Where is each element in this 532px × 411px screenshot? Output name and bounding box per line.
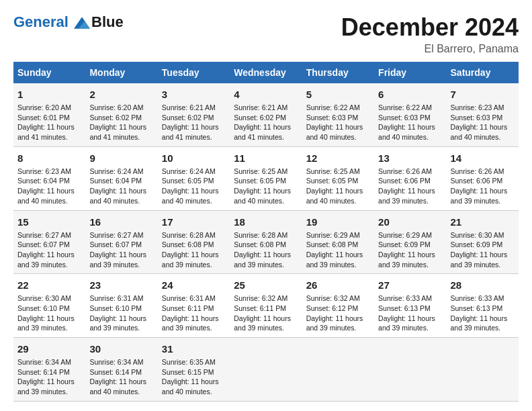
daylight-label: Daylight: 11 hours and 41 minutes. — [162, 123, 219, 141]
sunset-label: Sunset: 6:09 PM — [378, 240, 431, 248]
daylight-label: Daylight: 11 hours and 39 minutes. — [451, 250, 508, 269]
sunrise-label: Sunrise: 6:29 AM — [378, 231, 432, 239]
sunrise-label: Sunrise: 6:32 AM — [234, 294, 287, 302]
daylight-label: Daylight: 11 hours and 39 minutes. — [451, 314, 508, 332]
daylight-label: Daylight: 11 hours and 39 minutes. — [378, 314, 435, 332]
sunset-label: Sunset: 6:12 PM — [306, 304, 359, 312]
calendar-week-row: 8 Sunrise: 6:23 AM Sunset: 6:04 PM Dayli… — [13, 146, 519, 210]
calendar-cell: 4 Sunrise: 6:21 AM Sunset: 6:02 PM Dayli… — [230, 83, 302, 146]
header: General Blue December 2024 El Barrero, P… — [13, 13, 519, 55]
sunrise-label: Sunrise: 6:27 AM — [17, 231, 71, 239]
calendar-cell: 8 Sunrise: 6:23 AM Sunset: 6:04 PM Dayli… — [13, 146, 85, 210]
sunset-label: Sunset: 6:02 PM — [162, 113, 214, 122]
sunrise-label: Sunrise: 6:25 AM — [306, 167, 360, 175]
sunrise-label: Sunrise: 6:26 AM — [378, 167, 432, 175]
sunrise-label: Sunrise: 6:34 AM — [89, 358, 143, 366]
sunset-label: Sunset: 6:03 PM — [451, 113, 503, 122]
day-number: 18 — [234, 215, 298, 229]
day-header-monday: Monday — [85, 62, 157, 83]
sunrise-label: Sunrise: 6:21 AM — [162, 103, 216, 111]
sunrise-label: Sunrise: 6:24 AM — [162, 167, 216, 175]
calendar-cell: 22 Sunrise: 6:30 AM Sunset: 6:10 PM Dayl… — [13, 274, 85, 338]
sunset-label: Sunset: 6:15 PM — [162, 368, 214, 376]
daylight-label: Daylight: 11 hours and 40 minutes. — [378, 123, 435, 141]
calendar-cell: 20 Sunrise: 6:29 AM Sunset: 6:09 PM Dayl… — [374, 210, 446, 274]
sunset-label: Sunset: 6:08 PM — [234, 240, 286, 248]
sunrise-label: Sunrise: 6:26 AM — [451, 167, 504, 175]
day-number: 26 — [306, 278, 370, 292]
day-header-sunday: Sunday — [13, 62, 85, 83]
calendar-week-row: 22 Sunrise: 6:30 AM Sunset: 6:10 PM Dayl… — [13, 274, 519, 338]
calendar-cell: 15 Sunrise: 6:27 AM Sunset: 6:07 PM Dayl… — [13, 210, 85, 274]
sunset-label: Sunset: 6:03 PM — [306, 113, 359, 122]
calendar-cell: 31 Sunrise: 6:35 AM Sunset: 6:15 PM Dayl… — [158, 338, 230, 402]
calendar-cell: 26 Sunrise: 6:32 AM Sunset: 6:12 PM Dayl… — [302, 274, 374, 338]
calendar-week-row: 1 Sunrise: 6:20 AM Sunset: 6:01 PM Dayli… — [13, 83, 519, 146]
daylight-label: Daylight: 11 hours and 41 minutes. — [17, 123, 75, 141]
sunset-label: Sunset: 6:10 PM — [17, 304, 70, 312]
day-header-friday: Friday — [374, 62, 446, 83]
daylight-label: Daylight: 11 hours and 39 minutes. — [89, 314, 146, 332]
calendar-cell: 7 Sunrise: 6:23 AM Sunset: 6:03 PM Dayli… — [447, 83, 519, 146]
day-number: 15 — [17, 215, 81, 229]
sunset-label: Sunset: 6:07 PM — [89, 240, 142, 248]
day-number: 4 — [234, 87, 298, 101]
daylight-label: Daylight: 11 hours and 40 minutes. — [451, 123, 508, 141]
sunset-label: Sunset: 6:03 PM — [378, 113, 431, 122]
calendar-cell: 16 Sunrise: 6:27 AM Sunset: 6:07 PM Dayl… — [85, 210, 157, 274]
day-header-tuesday: Tuesday — [158, 62, 230, 83]
sunrise-label: Sunrise: 6:34 AM — [17, 358, 71, 366]
daylight-label: Daylight: 11 hours and 39 minutes. — [306, 250, 363, 269]
daylight-label: Daylight: 11 hours and 41 minutes. — [234, 123, 291, 141]
day-header-thursday: Thursday — [302, 62, 374, 83]
calendar-cell: 28 Sunrise: 6:33 AM Sunset: 6:13 PM Dayl… — [447, 274, 519, 338]
day-number: 13 — [378, 151, 442, 165]
day-number: 24 — [162, 278, 226, 292]
day-number: 9 — [89, 151, 153, 165]
calendar-cell: 30 Sunrise: 6:34 AM Sunset: 6:14 PM Dayl… — [85, 338, 157, 402]
sunset-label: Sunset: 6:08 PM — [162, 240, 214, 248]
sunrise-label: Sunrise: 6:30 AM — [17, 294, 71, 302]
daylight-label: Daylight: 11 hours and 39 minutes. — [17, 250, 75, 269]
day-number: 1 — [17, 87, 81, 101]
calendar-cell: 13 Sunrise: 6:26 AM Sunset: 6:06 PM Dayl… — [374, 146, 446, 210]
sunrise-label: Sunrise: 6:32 AM — [306, 294, 360, 302]
daylight-label: Daylight: 11 hours and 39 minutes. — [162, 250, 219, 269]
sunrise-label: Sunrise: 6:20 AM — [17, 103, 71, 111]
day-number: 20 — [378, 215, 442, 229]
page-title: December 2024 — [341, 13, 519, 42]
sunset-label: Sunset: 6:11 PM — [234, 304, 286, 312]
sunrise-label: Sunrise: 6:28 AM — [162, 231, 216, 239]
sunrise-label: Sunrise: 6:25 AM — [234, 167, 287, 175]
daylight-label: Daylight: 11 hours and 40 minutes. — [162, 377, 219, 396]
sunset-label: Sunset: 6:04 PM — [89, 177, 142, 185]
day-number: 3 — [162, 87, 226, 101]
day-number: 5 — [306, 87, 370, 101]
calendar-cell: 19 Sunrise: 6:29 AM Sunset: 6:08 PM Dayl… — [302, 210, 374, 274]
day-number: 29 — [17, 342, 81, 356]
daylight-label: Daylight: 11 hours and 39 minutes. — [306, 314, 363, 332]
daylight-label: Daylight: 11 hours and 39 minutes. — [451, 187, 508, 205]
sunrise-label: Sunrise: 6:20 AM — [89, 103, 143, 111]
calendar-cell: 29 Sunrise: 6:34 AM Sunset: 6:14 PM Dayl… — [13, 338, 85, 402]
sunset-label: Sunset: 6:11 PM — [162, 304, 214, 312]
daylight-label: Daylight: 11 hours and 40 minutes. — [89, 187, 146, 205]
daylight-label: Daylight: 11 hours and 39 minutes. — [89, 250, 146, 269]
calendar-cell: 1 Sunrise: 6:20 AM Sunset: 6:01 PM Dayli… — [13, 83, 85, 146]
sunrise-label: Sunrise: 6:31 AM — [162, 294, 216, 302]
calendar-cell: 9 Sunrise: 6:24 AM Sunset: 6:04 PM Dayli… — [85, 146, 157, 210]
sunrise-label: Sunrise: 6:24 AM — [89, 167, 143, 175]
calendar-week-row: 15 Sunrise: 6:27 AM Sunset: 6:07 PM Dayl… — [13, 210, 519, 274]
page-subtitle: El Barrero, Panama — [341, 43, 519, 55]
calendar-body: 1 Sunrise: 6:20 AM Sunset: 6:01 PM Dayli… — [13, 83, 519, 401]
day-number: 10 — [162, 151, 226, 165]
sunrise-label: Sunrise: 6:22 AM — [378, 103, 432, 111]
logo-text: General — [13, 14, 90, 30]
daylight-label: Daylight: 11 hours and 39 minutes. — [17, 377, 75, 396]
sunset-label: Sunset: 6:08 PM — [306, 240, 359, 248]
sunrise-label: Sunrise: 6:29 AM — [306, 231, 360, 239]
calendar-cell: 12 Sunrise: 6:25 AM Sunset: 6:05 PM Dayl… — [302, 146, 374, 210]
calendar-cell — [374, 338, 446, 402]
calendar-cell: 14 Sunrise: 6:26 AM Sunset: 6:06 PM Dayl… — [447, 146, 519, 210]
calendar-cell: 17 Sunrise: 6:28 AM Sunset: 6:08 PM Dayl… — [158, 210, 230, 274]
